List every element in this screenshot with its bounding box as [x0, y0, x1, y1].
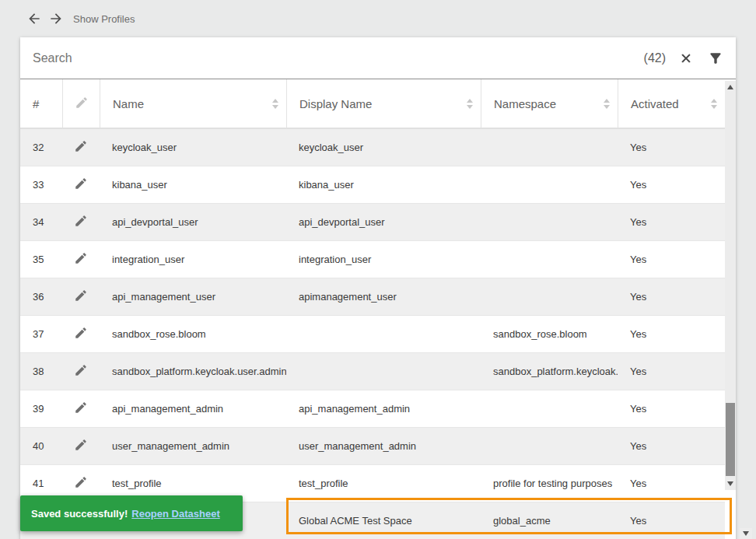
cell-num: 34 [20, 216, 62, 228]
search-bar: (42) [20, 37, 736, 79]
cell-namespace: profile for testing purposes [481, 478, 618, 489]
cell-display: integration_user [286, 254, 481, 265]
forward-arrow-icon[interactable] [48, 11, 64, 26]
cell-activated: Yes [618, 291, 725, 303]
cell-name: integration_user [100, 254, 286, 265]
toast-notification: Saved successfully! Reopen Datasheet [20, 495, 243, 531]
cell-display: user_management_admin [286, 440, 481, 452]
table-row[interactable]: 37 sandbox_rose.bloom sandbox_rose.bloom… [20, 316, 725, 353]
table-row[interactable]: 40 user_management_admin user_management… [20, 428, 725, 465]
table-scrollbar[interactable] [725, 81, 736, 490]
header-edit-column [62, 79, 100, 128]
page: Show Profiles (42) # Name [0, 0, 756, 539]
cell-display: api_management_admin [286, 403, 481, 415]
scrollbar-up-arrow-icon[interactable] [725, 81, 736, 93]
cell-edit[interactable] [62, 177, 100, 193]
cell-activated: Yes [618, 179, 725, 191]
sort-icon[interactable] [272, 99, 278, 109]
edit-column-icon [75, 96, 89, 112]
table-row[interactable]: 35 integration_user integration_user Yes [20, 241, 725, 278]
scrollbar-thumb[interactable] [726, 403, 735, 476]
edit-pencil-icon[interactable] [74, 289, 88, 305]
page-scrollbar-down-arrow-icon[interactable] [740, 528, 752, 539]
cell-namespace: sandbox_platform.keycloak.user.admin [481, 366, 618, 377]
sort-icon[interactable] [711, 99, 717, 109]
reopen-datasheet-link[interactable]: Reopen Datasheet [131, 508, 219, 520]
cell-activated: Yes [618, 515, 725, 527]
cell-num: 32 [20, 142, 62, 153]
table-row[interactable]: 38 sandbox_platform.keycloak.user.admin … [20, 353, 725, 390]
cell-num: 41 [20, 478, 62, 489]
cell-display: apimanagement_user [286, 291, 481, 303]
edit-pencil-icon[interactable] [74, 214, 88, 230]
sort-icon[interactable] [467, 99, 473, 109]
edit-pencil-icon[interactable] [74, 401, 88, 417]
cell-name: api_devportal_user [100, 216, 286, 228]
cell-num: 40 [20, 440, 62, 452]
cell-edit[interactable] [62, 438, 100, 454]
toast-message: Saved successfully! [31, 508, 128, 520]
edit-pencil-icon[interactable] [74, 363, 88, 380]
cell-activated: Yes [618, 142, 725, 153]
table-row[interactable]: 34 api_devportal_user api_devportal_user… [20, 204, 725, 241]
cell-edit[interactable] [62, 326, 100, 342]
cell-edit[interactable] [62, 363, 100, 380]
header-namespace[interactable]: Namespace [481, 79, 618, 128]
sort-icon[interactable] [604, 99, 610, 109]
edit-pencil-icon[interactable] [74, 251, 88, 268]
cell-display: keycloak_user [286, 142, 481, 153]
edit-pencil-icon[interactable] [74, 475, 88, 492]
cell-display: api_devportal_user [286, 216, 481, 228]
page-title: Show Profiles [73, 13, 135, 25]
cell-activated: Yes [618, 366, 725, 377]
table-header-row: # Name Display Name Namespace Activated [20, 79, 725, 129]
cell-display: test_profile [286, 478, 481, 489]
header-number[interactable]: # [20, 79, 62, 128]
cell-name: kibana_user [100, 179, 286, 191]
cell-name: test_profile [100, 478, 286, 489]
table-row[interactable]: 32 keycloak_user keycloak_user Yes [20, 129, 725, 166]
edit-pencil-icon[interactable] [74, 326, 88, 342]
edit-pencil-icon[interactable] [74, 139, 88, 156]
cell-name: user_management_admin [100, 440, 286, 452]
cell-activated: Yes [618, 440, 725, 452]
cell-edit[interactable] [62, 251, 100, 268]
cell-name: keycloak_user [100, 142, 286, 153]
cell-edit[interactable] [62, 289, 100, 305]
cell-edit[interactable] [62, 401, 100, 417]
cell-namespace: global_acme [481, 515, 618, 527]
cell-name: api_management_user [100, 291, 286, 303]
table-row[interactable]: 33 kibana_user kibana_user Yes [20, 166, 725, 204]
cell-num: 33 [20, 179, 62, 191]
cell-num: 37 [20, 328, 62, 340]
cell-num: 36 [20, 291, 62, 303]
results-count: (42) [644, 51, 666, 65]
scrollbar-down-arrow-icon[interactable] [725, 478, 736, 490]
cell-activated: Yes [618, 403, 725, 415]
cell-name: api_management_admin [100, 403, 286, 415]
cell-activated: Yes [618, 254, 725, 265]
top-navigation-bar: Show Profiles [0, 0, 756, 37]
header-activated[interactable]: Activated [618, 79, 725, 128]
cell-activated: Yes [618, 216, 725, 228]
cell-num: 38 [20, 366, 62, 377]
filter-icon[interactable] [708, 51, 723, 66]
cell-edit[interactable] [62, 475, 100, 492]
table-row[interactable]: 39 api_management_admin api_management_a… [20, 390, 725, 428]
cell-edit[interactable] [62, 214, 100, 230]
table-body: 32 keycloak_user keycloak_user Yes 33 ki… [20, 129, 736, 539]
cell-name: sandbox_platform.keycloak.user.admin [100, 366, 286, 377]
table-row[interactable]: 36 api_management_user apimanagement_use… [20, 278, 725, 316]
cell-activated: Yes [618, 478, 725, 489]
cell-edit[interactable] [62, 139, 100, 156]
clear-search-icon[interactable] [678, 51, 694, 66]
header-name[interactable]: Name [100, 79, 286, 128]
back-arrow-icon[interactable] [26, 11, 42, 26]
edit-pencil-icon[interactable] [74, 438, 88, 454]
profiles-card: (42) # Name Display Name [20, 37, 736, 539]
edit-pencil-icon[interactable] [74, 177, 88, 193]
search-input[interactable] [33, 51, 644, 65]
header-display-name[interactable]: Display Name [286, 79, 481, 128]
cell-num: 39 [20, 403, 62, 415]
cell-activated: Yes [618, 328, 725, 340]
